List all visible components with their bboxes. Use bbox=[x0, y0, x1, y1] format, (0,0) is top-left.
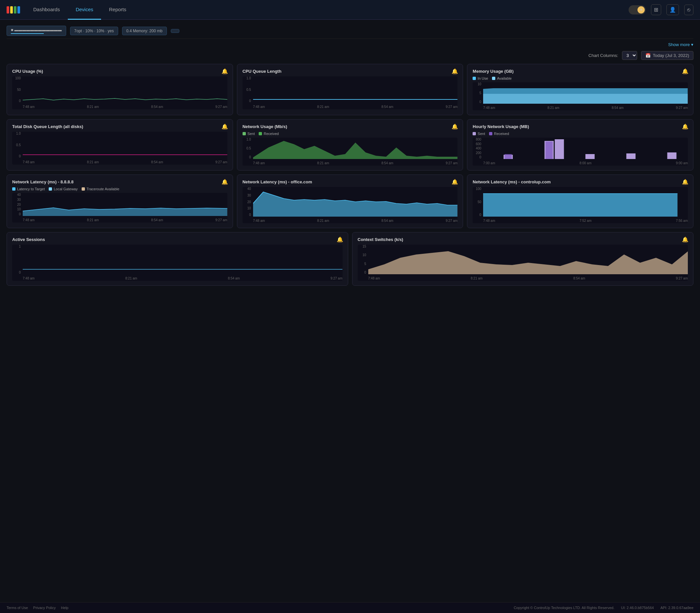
date-picker-button[interactable]: 📅 Today (Jul 3, 2022) bbox=[641, 51, 694, 60]
footer-right: Copyright © ControlUp Technologies LTD. … bbox=[514, 606, 694, 610]
user-icon-button[interactable]: 👤 bbox=[666, 4, 679, 15]
chart-svg-active-sessions bbox=[23, 245, 343, 274]
show-more-button[interactable]: Show more ▾ bbox=[668, 42, 694, 47]
footer: Terms of Use Privacy Policy Help Copyrig… bbox=[0, 602, 700, 613]
nav-dashboards[interactable]: Dashboards bbox=[25, 0, 68, 20]
chart-area-hourly-network: 800 600 400 200 0 bbox=[473, 138, 688, 166]
nav-reports[interactable]: Reports bbox=[101, 0, 134, 20]
footer-api-version: API: 2.39.0.67aa9ee bbox=[661, 606, 694, 610]
chart-title-hourly-network: Hourly Network Usage (MB) bbox=[473, 124, 688, 129]
chart-title-active-sessions: Active Sessions bbox=[12, 237, 343, 242]
privacy-link[interactable]: Privacy Policy bbox=[33, 606, 56, 610]
bell-icon-latency-8888[interactable]: 🔔 bbox=[222, 179, 228, 185]
bell-icon-memory[interactable]: 🔔 bbox=[682, 68, 688, 75]
bell-icon-latency-office[interactable]: 🔔 bbox=[451, 179, 458, 185]
chart-title-cpu-usage: CPU Usage (%) bbox=[12, 69, 227, 74]
chart-svg-hourly-network bbox=[483, 138, 688, 159]
chart-svg-context-switches bbox=[368, 245, 688, 274]
svg-rect-8 bbox=[546, 142, 553, 159]
svg-rect-12 bbox=[668, 153, 677, 159]
chart-area-network-usage: 1.0 0.5 0 7:48 am 8:21 am 8:54 am 9:27 a… bbox=[242, 138, 458, 166]
chart-title-disk-queue: Total Disk Queue Length (all disks) bbox=[12, 124, 227, 129]
controls-row: Chart Columns: 3 2 1 📅 Today (Jul 3, 202… bbox=[6, 49, 694, 64]
chart-latency-controlup: Network Latency (ms) - controlup.com 🔔 1… bbox=[467, 174, 694, 228]
banner-blue-line bbox=[11, 33, 44, 34]
svg-rect-10 bbox=[585, 154, 595, 159]
terms-link[interactable]: Terms of Use bbox=[6, 606, 28, 610]
svg-marker-2 bbox=[483, 94, 688, 104]
banner-stat1: 7opt · 10% · 10% · yes bbox=[70, 27, 118, 35]
chart-title-context-switches: Context Switches (k/s) bbox=[358, 237, 688, 242]
logo-bar-blue bbox=[17, 6, 20, 13]
top-navigation: Dashboards Devices Reports ☀ ⊞ 👤 ⎋ bbox=[0, 0, 700, 20]
chart-area-context-switches: 15 10 5 0 7:48 am 8:21 am 8:54 am 9:27 a… bbox=[358, 245, 688, 281]
chart-svg-memory bbox=[483, 82, 688, 104]
bell-icon-active-sessions[interactable]: 🔔 bbox=[337, 236, 343, 243]
chart-title-memory: Memory Usage (GB) bbox=[473, 69, 688, 74]
bell-icon-latency-controlup[interactable]: 🔔 bbox=[682, 179, 688, 185]
logout-icon-button[interactable]: ⎋ bbox=[684, 4, 694, 15]
svg-rect-11 bbox=[626, 153, 635, 159]
chart-active-sessions: Active Sessions 🔔 1 0 7:48 am 8:21 am 8:… bbox=[6, 232, 348, 286]
chart-svg-disk-queue bbox=[23, 132, 227, 158]
chart-area-latency-office: 40 30 20 10 0 7:48 am 8:21 am 8:54 am bbox=[242, 187, 458, 223]
chart-title-latency-8888: Network Latency (ms) - 8.8.8.8 bbox=[12, 180, 227, 184]
chart-title-latency-controlup: Network Latency (ms) - controlup.com bbox=[473, 180, 688, 184]
nav-items: Dashboards Devices Reports bbox=[25, 0, 629, 20]
chart-columns-label: Chart Columns: bbox=[589, 53, 618, 58]
chart-svg-cpu-usage bbox=[23, 76, 227, 103]
banner-stat2: 0.4 Memory: 200 mb bbox=[122, 27, 167, 35]
help-link[interactable]: Help bbox=[61, 606, 68, 610]
legend-hourly-network: Sent Received bbox=[473, 132, 688, 136]
svg-marker-4 bbox=[253, 141, 458, 159]
logo bbox=[6, 6, 20, 13]
bell-icon-cpu-queue[interactable]: 🔔 bbox=[451, 68, 458, 75]
svg-rect-9 bbox=[555, 139, 564, 159]
chart-area-active-sessions: 1 0 7:48 am 8:21 am 8:54 am 9:27 am bbox=[12, 245, 343, 281]
toggle-circle: ☀ bbox=[637, 6, 645, 13]
chart-title-network-usage: Network Usage (Mb/s) bbox=[242, 124, 458, 129]
chart-hourly-network: Hourly Network Usage (MB) 🔔 Sent Receive… bbox=[467, 119, 694, 171]
bell-icon-cpu-usage[interactable]: 🔔 bbox=[222, 68, 228, 75]
legend-network-usage: Sent Received bbox=[242, 132, 458, 136]
chart-svg-cpu-queue bbox=[253, 76, 458, 103]
footer-links: Terms of Use Privacy Policy Help bbox=[6, 606, 68, 610]
grid-icon-button[interactable]: ⊞ bbox=[651, 4, 661, 15]
footer-ui-version: UI: 2.46.0.b875b564 bbox=[621, 606, 654, 610]
nav-right-actions: ☀ ⊞ 👤 ⎋ bbox=[629, 4, 694, 15]
local-gateway-label: Local Gateway bbox=[54, 187, 78, 191]
chart-title-latency-office: Network Latency (ms) - office.com bbox=[242, 180, 458, 184]
svg-marker-17 bbox=[368, 251, 688, 274]
main-content: ■ ▬▬▬▬▬▬▬▬▬▬▬▬ 7opt · 10% · 10% · yes 0.… bbox=[0, 20, 700, 602]
chart-svg-latency-8888 bbox=[23, 193, 227, 216]
bell-icon-hourly-network[interactable]: 🔔 bbox=[682, 123, 688, 130]
theme-toggle[interactable]: ☀ bbox=[629, 5, 646, 14]
bell-icon-network-usage[interactable]: 🔔 bbox=[451, 123, 458, 130]
charts-row-2: Total Disk Queue Length (all disks) 🔔 1.… bbox=[6, 119, 694, 171]
nav-devices[interactable]: Devices bbox=[68, 0, 101, 20]
chart-network-usage: Network Usage (Mb/s) 🔔 Sent Received 1.0… bbox=[237, 119, 463, 171]
chart-context-switches: Context Switches (k/s) 🔔 15 10 5 0 7:48 … bbox=[352, 232, 694, 286]
legend-latency-8888: Latency to Target Local Gateway Tracerou… bbox=[12, 187, 227, 191]
chart-area-latency-8888: 40 30 20 10 0 7:48 am 8:21 am 8:54 am bbox=[12, 193, 227, 223]
chart-svg-network-usage bbox=[253, 138, 458, 159]
chart-latency-office: Network Latency (ms) - office.com 🔔 40 3… bbox=[237, 174, 463, 228]
charts-row-3: Network Latency (ms) - 8.8.8.8 🔔 Latency… bbox=[6, 174, 694, 228]
bell-icon-disk-queue[interactable]: 🔔 bbox=[222, 123, 228, 130]
logo-bar-green bbox=[14, 6, 16, 13]
chart-cpu-queue: CPU Queue Length 🔔 1.0 0.5 0 7:48 am 8:2… bbox=[237, 64, 463, 115]
bell-icon-context-switches[interactable]: 🔔 bbox=[682, 236, 688, 243]
latency-to-target-label: Latency to Target bbox=[17, 187, 45, 191]
chart-svg-latency-controlup bbox=[483, 187, 688, 217]
show-more-row: Show more ▾ bbox=[6, 40, 694, 49]
chart-area-cpu-queue: 1.0 0.5 0 7:48 am 8:21 am 8:54 am 9:27 a… bbox=[242, 76, 458, 109]
banner-device-tag: ■ ▬▬▬▬▬▬▬▬▬▬▬▬ bbox=[6, 26, 66, 36]
chart-columns-select[interactable]: 3 2 1 bbox=[622, 51, 637, 60]
banner-row: ■ ▬▬▬▬▬▬▬▬▬▬▬▬ 7opt · 10% · 10% · yes 0.… bbox=[6, 23, 694, 39]
chart-memory-usage: Memory Usage (GB) 🔔 In Use Available 10 … bbox=[467, 64, 694, 115]
legend-memory: In Use Available bbox=[473, 76, 688, 80]
chart-area-disk-queue: 1.0 0.5 0 7:48 am 8:21 am 8:54 am 9:27 a… bbox=[12, 132, 227, 165]
chart-svg-latency-office bbox=[253, 187, 458, 217]
chart-area-cpu-usage: 100 50 0 7:48 am 8:21 am 8:54 am 9:27 am bbox=[12, 76, 227, 109]
footer-copyright: Copyright © ControlUp Technologies LTD. … bbox=[514, 606, 615, 610]
